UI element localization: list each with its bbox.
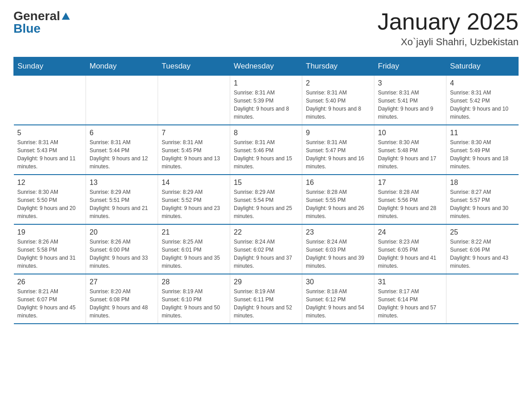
calendar-day-cell (14, 76, 86, 125)
day-number: 6 (90, 129, 154, 137)
day-number: 4 (450, 79, 515, 87)
day-info: Sunrise: 8:18 AMSunset: 6:12 PMDaylight:… (306, 287, 370, 320)
weekday-header-tuesday: Tuesday (158, 57, 230, 76)
calendar-day-cell: 23Sunrise: 8:24 AMSunset: 6:03 PMDayligh… (302, 224, 374, 274)
day-number: 10 (378, 129, 442, 137)
day-info: Sunrise: 8:28 AMSunset: 5:56 PMDaylight:… (378, 188, 442, 220)
day-info: Sunrise: 8:31 AMSunset: 5:39 PMDaylight:… (234, 89, 298, 121)
day-info: Sunrise: 8:22 AMSunset: 6:06 PMDaylight:… (450, 238, 515, 270)
calendar-day-cell: 6Sunrise: 8:31 AMSunset: 5:44 PMDaylight… (86, 125, 158, 175)
calendar-day-cell: 8Sunrise: 8:31 AMSunset: 5:46 PMDaylight… (230, 125, 302, 175)
day-number: 13 (90, 179, 154, 187)
calendar-day-cell: 15Sunrise: 8:29 AMSunset: 5:54 PMDayligh… (230, 175, 302, 224)
day-number: 30 (306, 278, 370, 286)
day-info: Sunrise: 8:17 AMSunset: 6:14 PMDaylight:… (378, 287, 442, 320)
day-number: 19 (17, 228, 82, 236)
calendar-header: SundayMondayTuesdayWednesdayThursdayFrid… (14, 57, 519, 76)
calendar-day-cell: 16Sunrise: 8:28 AMSunset: 5:55 PMDayligh… (302, 175, 374, 224)
day-info: Sunrise: 8:31 AMSunset: 5:44 PMDaylight:… (90, 138, 154, 171)
day-info: Sunrise: 8:31 AMSunset: 5:45 PMDaylight:… (162, 138, 226, 171)
calendar-day-cell: 19Sunrise: 8:26 AMSunset: 5:58 PMDayligh… (14, 224, 86, 274)
calendar-table: SundayMondayTuesdayWednesdayThursdayFrid… (13, 57, 519, 324)
day-info: Sunrise: 8:29 AMSunset: 5:51 PMDaylight:… (90, 188, 154, 220)
day-info: Sunrise: 8:30 AMSunset: 5:49 PMDaylight:… (450, 138, 515, 171)
day-number: 28 (162, 278, 226, 286)
day-info: Sunrise: 8:31 AMSunset: 5:42 PMDaylight:… (450, 89, 515, 121)
day-info: Sunrise: 8:25 AMSunset: 6:01 PMDaylight:… (162, 238, 226, 270)
calendar-day-cell: 27Sunrise: 8:20 AMSunset: 6:08 PMDayligh… (86, 274, 158, 324)
calendar-day-cell: 29Sunrise: 8:19 AMSunset: 6:11 PMDayligh… (230, 274, 302, 324)
calendar-day-cell: 28Sunrise: 8:19 AMSunset: 6:10 PMDayligh… (158, 274, 230, 324)
weekday-header-saturday: Saturday (446, 57, 519, 76)
day-number: 22 (234, 228, 298, 236)
day-info: Sunrise: 8:31 AMSunset: 5:46 PMDaylight:… (234, 138, 298, 171)
day-number: 18 (450, 179, 515, 187)
day-number: 9 (306, 129, 370, 137)
day-info: Sunrise: 8:28 AMSunset: 5:55 PMDaylight:… (306, 188, 370, 220)
day-number: 29 (234, 278, 298, 286)
day-info: Sunrise: 8:29 AMSunset: 5:54 PMDaylight:… (234, 188, 298, 220)
calendar-day-cell: 18Sunrise: 8:27 AMSunset: 5:57 PMDayligh… (446, 175, 519, 224)
calendar-day-cell (86, 76, 158, 125)
logo-triangle-icon (61, 12, 71, 21)
day-number: 27 (90, 278, 154, 286)
title-section: January 2025 Xo`jayli Shahri, Uzbekistan (378, 9, 519, 48)
calendar-week-row: 19Sunrise: 8:26 AMSunset: 5:58 PMDayligh… (14, 224, 519, 274)
calendar-day-cell: 14Sunrise: 8:29 AMSunset: 5:52 PMDayligh… (158, 175, 230, 224)
weekday-header-thursday: Thursday (302, 57, 374, 76)
day-number: 24 (378, 228, 442, 236)
day-info: Sunrise: 8:24 AMSunset: 6:02 PMDaylight:… (234, 238, 298, 270)
day-number: 23 (306, 228, 370, 236)
day-info: Sunrise: 8:26 AMSunset: 5:58 PMDaylight:… (17, 238, 82, 270)
day-info: Sunrise: 8:19 AMSunset: 6:10 PMDaylight:… (162, 287, 226, 320)
calendar-week-row: 5Sunrise: 8:31 AMSunset: 5:43 PMDaylight… (14, 125, 519, 175)
calendar-day-cell: 12Sunrise: 8:30 AMSunset: 5:50 PMDayligh… (14, 175, 86, 224)
calendar-day-cell: 7Sunrise: 8:31 AMSunset: 5:45 PMDaylight… (158, 125, 230, 175)
day-info: Sunrise: 8:31 AMSunset: 5:41 PMDaylight:… (378, 89, 442, 121)
weekday-header-monday: Monday (86, 57, 158, 76)
day-number: 25 (450, 228, 515, 236)
calendar-day-cell: 31Sunrise: 8:17 AMSunset: 6:14 PMDayligh… (374, 274, 446, 324)
day-info: Sunrise: 8:20 AMSunset: 6:08 PMDaylight:… (90, 287, 154, 320)
weekday-header-wednesday: Wednesday (230, 57, 302, 76)
calendar-day-cell: 3Sunrise: 8:31 AMSunset: 5:41 PMDaylight… (374, 76, 446, 125)
day-info: Sunrise: 8:23 AMSunset: 6:05 PMDaylight:… (378, 238, 442, 270)
day-number: 31 (378, 278, 442, 286)
calendar-day-cell: 9Sunrise: 8:31 AMSunset: 5:47 PMDaylight… (302, 125, 374, 175)
weekday-header-row: SundayMondayTuesdayWednesdayThursdayFrid… (14, 57, 519, 76)
calendar-day-cell: 21Sunrise: 8:25 AMSunset: 6:01 PMDayligh… (158, 224, 230, 274)
day-info: Sunrise: 8:30 AMSunset: 5:50 PMDaylight:… (17, 188, 82, 220)
day-number: 3 (378, 79, 442, 87)
day-number: 5 (17, 129, 82, 137)
day-number: 11 (450, 129, 515, 137)
svg-marker-0 (62, 13, 70, 20)
day-number: 16 (306, 179, 370, 187)
calendar-day-cell: 1Sunrise: 8:31 AMSunset: 5:39 PMDaylight… (230, 76, 302, 125)
day-number: 7 (162, 129, 226, 137)
calendar-day-cell (158, 76, 230, 125)
calendar-week-row: 12Sunrise: 8:30 AMSunset: 5:50 PMDayligh… (14, 175, 519, 224)
day-info: Sunrise: 8:31 AMSunset: 5:47 PMDaylight:… (306, 138, 370, 171)
calendar-day-cell: 22Sunrise: 8:24 AMSunset: 6:02 PMDayligh… (230, 224, 302, 274)
day-number: 26 (17, 278, 82, 286)
day-number: 2 (306, 79, 370, 87)
day-info: Sunrise: 8:26 AMSunset: 6:00 PMDaylight:… (90, 238, 154, 270)
day-number: 12 (17, 179, 82, 187)
day-number: 20 (90, 228, 154, 236)
day-number: 1 (234, 79, 298, 87)
calendar-day-cell: 24Sunrise: 8:23 AMSunset: 6:05 PMDayligh… (374, 224, 446, 274)
day-info: Sunrise: 8:27 AMSunset: 5:57 PMDaylight:… (450, 188, 515, 220)
weekday-header-friday: Friday (374, 57, 446, 76)
calendar-day-cell: 5Sunrise: 8:31 AMSunset: 5:43 PMDaylight… (14, 125, 86, 175)
calendar-day-cell: 2Sunrise: 8:31 AMSunset: 5:40 PMDaylight… (302, 76, 374, 125)
day-number: 21 (162, 228, 226, 236)
calendar-day-cell: 11Sunrise: 8:30 AMSunset: 5:49 PMDayligh… (446, 125, 519, 175)
calendar-title: January 2025 (378, 9, 519, 34)
logo-blue-text: Blue (13, 21, 41, 36)
calendar-day-cell: 20Sunrise: 8:26 AMSunset: 6:00 PMDayligh… (86, 224, 158, 274)
calendar-day-cell: 26Sunrise: 8:21 AMSunset: 6:07 PMDayligh… (14, 274, 86, 324)
day-info: Sunrise: 8:31 AMSunset: 5:40 PMDaylight:… (306, 89, 370, 121)
day-number: 14 (162, 179, 226, 187)
day-info: Sunrise: 8:19 AMSunset: 6:11 PMDaylight:… (234, 287, 298, 320)
day-info: Sunrise: 8:31 AMSunset: 5:43 PMDaylight:… (17, 138, 82, 171)
